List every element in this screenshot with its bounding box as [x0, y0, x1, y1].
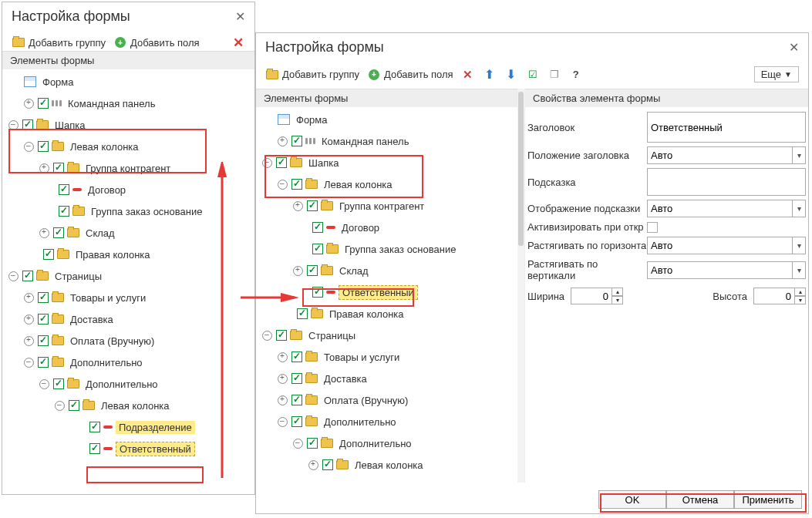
checkbox[interactable] [291, 136, 302, 146]
checkbox[interactable] [291, 179, 302, 190]
checkbox[interactable] [276, 157, 287, 168]
tree-row-shapka[interactable]: Шапка [256, 152, 524, 173]
checkbox[interactable] [297, 308, 308, 319]
spin-up-icon[interactable]: ▴ [795, 288, 806, 296]
checkbox[interactable] [22, 271, 33, 281]
tree-row-shapka[interactable]: Шапка [2, 114, 254, 136]
checkbox[interactable] [307, 265, 318, 276]
collapse-icon[interactable] [55, 401, 65, 411]
close-icon[interactable]: ✕ [235, 11, 245, 23]
tree-row-otvet[interactable]: Ответственный [256, 281, 524, 303]
expand-icon[interactable] [24, 314, 34, 325]
expand-icon[interactable] [278, 395, 288, 405]
tree-row-left-col[interactable]: Левая колонка [256, 173, 524, 195]
close-icon[interactable]: ✕ [789, 42, 799, 54]
tree-row[interactable]: Оплата (Вручную) [256, 389, 524, 411]
tree-row[interactable]: Доставка [256, 368, 524, 389]
tree-row-form[interactable]: Форма [256, 109, 524, 130]
stretch-v-select[interactable] [647, 261, 792, 279]
expand-icon[interactable] [39, 163, 49, 173]
help-icon[interactable]: ? [569, 68, 583, 82]
tree-row[interactable]: Группа заказ основание [2, 200, 254, 222]
spin-down-icon[interactable]: ▾ [795, 296, 806, 304]
dropdown-icon[interactable]: ▾ [792, 237, 806, 254]
add-fields-button[interactable]: + Добавить поля [367, 68, 453, 82]
expand-icon[interactable] [278, 352, 288, 362]
checkbox[interactable] [307, 200, 318, 211]
tree-row[interactable]: Правая колонка [256, 303, 524, 325]
checkbox[interactable] [291, 373, 302, 384]
collapse-icon[interactable] [39, 379, 49, 389]
tree-row[interactable]: Договор [256, 217, 524, 238]
tree-row[interactable]: Склад [2, 222, 254, 244]
checkbox[interactable] [38, 314, 49, 325]
tree-row[interactable]: Склад [256, 260, 524, 281]
scrollbar[interactable] [517, 89, 524, 483]
tree-row-otvet[interactable]: Ответственный [2, 438, 254, 459]
checkbox[interactable] [59, 184, 69, 195]
collapse-icon[interactable] [262, 331, 272, 341]
checkbox[interactable] [38, 141, 49, 152]
add-fields-button[interactable]: + Добавить поля [113, 35, 200, 49]
tree-row[interactable]: Командная панель [256, 130, 524, 152]
checkbox[interactable] [53, 378, 64, 389]
activate-checkbox[interactable] [647, 222, 658, 233]
uncheck-all-icon[interactable]: ❐ [548, 68, 561, 82]
checkbox[interactable] [307, 438, 318, 449]
checkbox[interactable] [69, 400, 79, 411]
tree-row-form[interactable]: Форма [2, 71, 254, 92]
expand-icon[interactable] [39, 228, 49, 238]
collapse-icon[interactable] [24, 142, 34, 152]
checkbox[interactable] [322, 459, 333, 470]
collapse-icon[interactable] [24, 358, 34, 368]
checkbox[interactable] [43, 249, 54, 260]
checkbox[interactable] [312, 244, 323, 254]
checkbox[interactable] [38, 98, 49, 109]
tree-row[interactable]: Дополнительно [2, 373, 254, 395]
checkbox[interactable] [89, 422, 100, 432]
checkbox[interactable] [59, 206, 69, 217]
dropdown-icon[interactable]: ▾ [792, 261, 806, 279]
spin-up-icon[interactable]: ▴ [612, 288, 623, 296]
tree-row[interactable]: Оплата (Вручную) [2, 330, 254, 352]
tree-row[interactable]: Группа контрагент [2, 157, 254, 179]
tree-row[interactable]: Группа заказ основание [256, 238, 524, 260]
tree-row[interactable]: Группа контрагент [256, 195, 524, 217]
dropdown-icon[interactable]: ▾ [792, 146, 806, 164]
checkbox[interactable] [312, 222, 323, 233]
checkbox[interactable] [53, 163, 64, 173]
tree-row[interactable]: Подразделение [2, 416, 254, 438]
title-pos-select[interactable] [647, 146, 792, 164]
collapse-icon[interactable] [262, 158, 272, 168]
more-button[interactable]: Еще ▼ [754, 66, 799, 82]
tree-row[interactable]: Товары и услуги [256, 346, 524, 368]
tree-row[interactable]: Договор [2, 179, 254, 200]
expand-icon[interactable] [24, 293, 34, 303]
checkbox[interactable] [22, 119, 33, 130]
height-stepper[interactable]: ▴▾ [753, 288, 806, 304]
expand-icon[interactable] [293, 201, 303, 211]
apply-button[interactable]: Применить [734, 490, 802, 509]
cancel-button[interactable]: Отмена [666, 490, 734, 509]
checkbox[interactable] [291, 395, 302, 405]
tree-row[interactable]: Дополнительно [256, 411, 524, 432]
tree-row[interactable]: Левая колонка [2, 395, 254, 416]
expand-icon[interactable] [278, 136, 288, 146]
checkbox[interactable] [38, 292, 49, 303]
delete-icon[interactable]: ✕ [231, 35, 245, 49]
tree-row[interactable]: Товары и услуги [2, 287, 254, 308]
height-input[interactable] [753, 288, 795, 304]
tree-row-left-col[interactable]: Левая колонка [2, 136, 254, 157]
collapse-icon[interactable] [278, 417, 288, 427]
stretch-h-select[interactable] [647, 237, 792, 254]
hint-disp-select[interactable] [647, 200, 792, 217]
collapse-icon[interactable] [8, 120, 19, 130]
tree-row[interactable]: Правая колонка [2, 244, 254, 265]
hint-input[interactable] [647, 168, 806, 196]
move-up-icon[interactable]: ⬆ [483, 68, 497, 82]
check-all-icon[interactable]: ☑ [526, 68, 540, 82]
expand-icon[interactable] [293, 266, 303, 276]
expand-icon[interactable] [278, 374, 288, 384]
expand-icon[interactable] [308, 460, 318, 470]
checkbox[interactable] [291, 352, 302, 362]
